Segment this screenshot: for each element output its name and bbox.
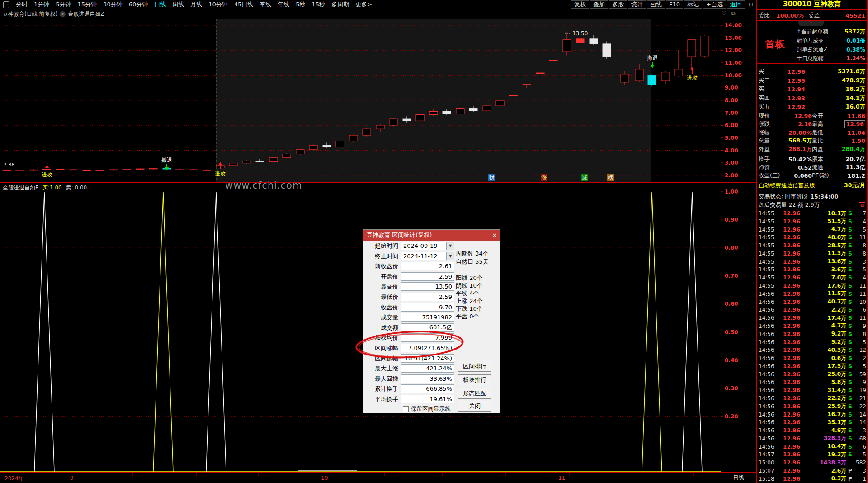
- dropdown-arrow-icon[interactable]: ▼: [446, 252, 454, 260]
- dialog-button-区间排行[interactable]: 区间排行: [458, 361, 491, 372]
- dialog-field-终止时间[interactable]: 2024-11-12▼: [401, 252, 454, 260]
- bid-row[interactable]: 买三12.9418.2万: [759, 85, 865, 93]
- checkbox-box[interactable]: [403, 406, 409, 412]
- dialog-field-区间涨幅[interactable]: 7.09(271.65%): [401, 344, 454, 352]
- period-周线[interactable]: 周线: [169, 0, 187, 9]
- dialog-field-前收盘价[interactable]: 2.61: [401, 262, 454, 270]
- transaction-row[interactable]: 14:5612.962.2万S6: [759, 306, 866, 313]
- dialog-field-开盘价[interactable]: 2.59: [401, 272, 454, 281]
- bid-row[interactable]: 买二12.95478.9万: [759, 77, 865, 85]
- bid-row[interactable]: 买一12.965371.8万: [759, 68, 865, 76]
- period-日线[interactable]: 日线: [151, 0, 169, 9]
- transaction-row[interactable]: 14:5612.9611.5万S11: [759, 290, 866, 298]
- dialog-field-累计换手[interactable]: 666.85%: [401, 384, 454, 393]
- transaction-list[interactable]: 14:5512.9610.1万S714:5512.9651.5万S414:551…: [759, 210, 866, 483]
- transaction-row[interactable]: 14:5512.963.6万S5: [759, 266, 866, 273]
- indicator-name[interactable]: 金股进退自如Z: [68, 10, 104, 18]
- event-marker-财[interactable]: 财: [488, 174, 495, 181]
- transaction-row[interactable]: 14:5612.9610.4万S6: [759, 443, 866, 450]
- period-年线[interactable]: 年线: [274, 0, 292, 9]
- transaction-row[interactable]: 14:5612.9616.7万S14: [759, 411, 866, 418]
- transaction-row[interactable]: 14:5512.964.7万S5: [759, 226, 866, 233]
- transaction-row[interactable]: 14:5612.969.2万S8: [759, 331, 866, 338]
- dialog-field-区间振幅[interactable]: 10.91(421.24%): [401, 354, 454, 363]
- period-5秒[interactable]: 5秒: [292, 0, 308, 9]
- renew-notice[interactable]: 自动续费通达信普及版 30元/月: [759, 182, 865, 189]
- period-30分钟[interactable]: 30分钟: [100, 0, 126, 9]
- dialog-button-关闭[interactable]: 关闭: [458, 401, 491, 412]
- toolbar-button-+自选[interactable]: +自选: [703, 0, 726, 9]
- period-季线[interactable]: 季线: [256, 0, 274, 9]
- toolbar-button-叠加[interactable]: 叠加: [590, 0, 608, 9]
- dialog-field-最高价[interactable]: 13.50: [401, 282, 454, 291]
- transaction-row[interactable]: 14:5512.9628.5万S8: [759, 242, 866, 249]
- interval-statistics-dialog[interactable]: 豆神教育 区间统计(复权) × 起始时间2024-09-19▼终止时间2024-…: [363, 229, 500, 413]
- transaction-row[interactable]: 15:0712.962.6万P3: [759, 467, 866, 474]
- transaction-row[interactable]: 15:0012.961438.3万582: [759, 459, 866, 466]
- dialog-field-成交量[interactable]: 75191982: [401, 313, 454, 322]
- favorite-heart-icon[interactable]: ♡: [722, 10, 726, 17]
- transaction-row[interactable]: 14:5612.9635.1万S14: [759, 419, 866, 426]
- period-15秒[interactable]: 15秒: [309, 0, 329, 9]
- dialog-field-平均换手[interactable]: 19.61%: [401, 395, 454, 403]
- transaction-row[interactable]: 14:5512.9610.1万S7: [759, 210, 866, 217]
- period-多周期[interactable]: 多周期: [328, 0, 352, 9]
- dialog-button-板块排行[interactable]: 板块排行: [458, 374, 491, 385]
- collapse-tab-icon[interactable]: ⌃: [798, 21, 824, 26]
- dialog-field-最大上涨[interactable]: 421.24%: [401, 364, 454, 373]
- bid-row[interactable]: 买五12.9216.0万: [759, 103, 865, 111]
- transaction-row[interactable]: 14:5612.965.2万S5: [759, 339, 866, 346]
- transaction-row[interactable]: 14:5512.9648.0万S11: [759, 234, 866, 241]
- toolbar-button-F10[interactable]: F10: [666, 0, 683, 9]
- window-panel-icon[interactable]: ⊡: [749, 1, 753, 8]
- dialog-close-icon[interactable]: ×: [492, 230, 497, 241]
- keep-range-checkbox[interactable]: 保留区间显示线: [403, 405, 451, 413]
- transaction-row[interactable]: 14:5512.9611.3万S8: [759, 250, 866, 257]
- transaction-row[interactable]: 14:5612.9625.9万S22: [759, 403, 866, 410]
- period-月线[interactable]: 月线: [187, 0, 205, 9]
- dialog-field-最大回撤[interactable]: -33.63%: [401, 374, 454, 383]
- event-marker-榜[interactable]: 榜: [607, 174, 614, 181]
- transaction-row[interactable]: 14:5612.9622.2万S21: [759, 395, 866, 402]
- transaction-row[interactable]: 14:5612.960.6万S2: [759, 355, 866, 362]
- event-marker-涨[interactable]: 涨: [541, 174, 547, 181]
- transaction-row[interactable]: 14:5612.965.8万S9: [759, 379, 866, 386]
- dialog-field-收盘价[interactable]: 9.70: [401, 303, 454, 312]
- transaction-row[interactable]: 14:5612.9631.4万S19: [759, 387, 866, 394]
- transaction-row[interactable]: 14:5512.9617.6万S11: [759, 282, 866, 289]
- transaction-row[interactable]: 14:5612.9640.3万S12: [759, 346, 866, 354]
- bid-row[interactable]: 买四12.9314.1万: [759, 95, 865, 102]
- dropdown-arrow-icon[interactable]: ▼: [446, 242, 454, 250]
- period-更多>[interactable]: 更多>: [352, 0, 375, 9]
- toolbar-button-统计[interactable]: 统计: [628, 0, 646, 9]
- dialog-title[interactable]: 豆神教育 区间统计(复权): [363, 230, 500, 241]
- period-5分钟[interactable]: 5分钟: [52, 0, 74, 9]
- period-1分钟[interactable]: 1分钟: [31, 0, 52, 9]
- period-60分钟[interactable]: 60分钟: [126, 0, 151, 9]
- transaction-row[interactable]: 14:5612.964.9万S3: [759, 427, 866, 434]
- layout-icon[interactable]: [3, 1, 9, 8]
- indicator-menu-icon[interactable]: ▾: [60, 11, 66, 17]
- period-10分钟[interactable]: 10分钟: [205, 0, 231, 9]
- toolbar-button-画线[interactable]: 画线: [647, 0, 665, 9]
- period-15分钟[interactable]: 15分钟: [75, 0, 100, 9]
- multi-window-icon[interactable]: ⧉: [731, 10, 736, 17]
- transaction-row[interactable]: 14:5612.9625.0万S59: [759, 371, 866, 378]
- transaction-row[interactable]: 14:5512.9613.6万S3: [759, 258, 866, 265]
- transaction-row[interactable]: 14:5712.9619.2万S5: [759, 451, 866, 458]
- dialog-button-形态匹配[interactable]: 形态匹配: [458, 388, 491, 399]
- transaction-row[interactable]: 15:1812.960.3万P1: [759, 475, 866, 483]
- dialog-field-加权均价[interactable]: 7.999: [401, 333, 454, 342]
- transaction-row[interactable]: 14:5612.9617.4万S11: [759, 314, 866, 322]
- period-45日线[interactable]: 45日线: [231, 0, 257, 9]
- toolbar-button-返回[interactable]: 返回: [727, 0, 745, 9]
- subchart-indicator-name[interactable]: 金股进退自如F: [3, 184, 38, 192]
- dialog-field-起始时间[interactable]: 2024-09-19▼: [401, 242, 454, 250]
- transaction-row[interactable]: 14:5512.967.0万S4: [759, 274, 866, 281]
- transaction-row[interactable]: 14:5612.9617.5万S5: [759, 363, 866, 370]
- toolbar-button-标记[interactable]: 标记: [684, 0, 702, 9]
- transaction-row[interactable]: 14:5512.9651.5万S4: [759, 218, 866, 225]
- event-marker-减[interactable]: 减: [581, 174, 588, 181]
- transaction-row[interactable]: 14:5612.964.7万S9: [759, 322, 866, 330]
- transaction-row[interactable]: 14:5612.96328.3万S68: [759, 435, 866, 442]
